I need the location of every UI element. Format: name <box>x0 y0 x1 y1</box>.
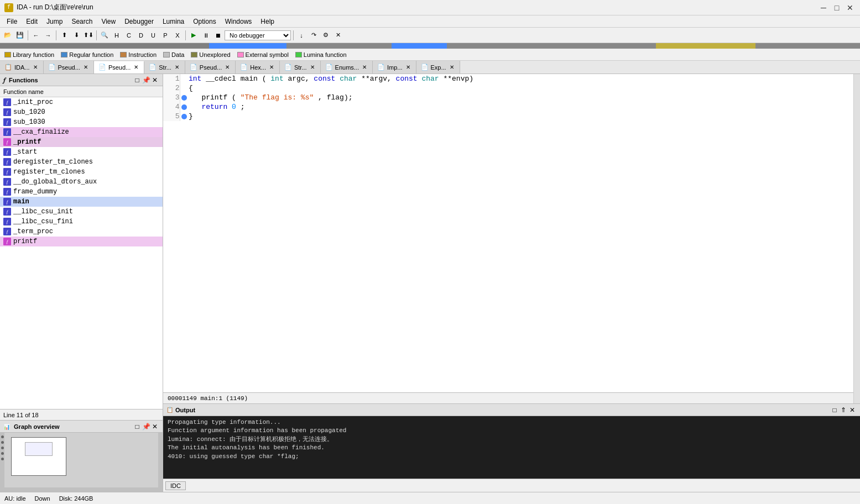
graph-close-btn[interactable]: ✕ <box>150 422 159 431</box>
idc-button[interactable]: IDC <box>165 481 186 490</box>
menu-edit[interactable]: Edit <box>22 17 42 27</box>
tab-imp-icon: 📄 <box>377 64 385 71</box>
code-type-char1: char <box>340 75 357 83</box>
legend-unexplored-color <box>191 52 197 57</box>
tab-enums-close[interactable]: ✕ <box>361 64 368 70</box>
menu-windows[interactable]: Windows <box>221 17 257 27</box>
func-item-sub1020[interactable]: f sub_1020 <box>0 107 163 117</box>
close-button[interactable]: ✕ <box>845 2 856 13</box>
minimize-button[interactable]: ─ <box>818 2 829 13</box>
functions-icon: 𝑓 <box>3 76 5 84</box>
toolbar-close[interactable]: ✕ <box>332 30 343 41</box>
toolbar-undef[interactable]: U <box>148 30 159 41</box>
func-name-libc-csu-fini: __libc_csu_fini <box>13 218 73 225</box>
func-item-sub1030[interactable]: f sub_1030 <box>0 117 163 127</box>
toolbar-xref[interactable]: X <box>172 30 183 41</box>
tab-hex[interactable]: 📄 Hex... ✕ <box>236 61 280 74</box>
nav-scroll-inner <box>0 43 860 49</box>
toolbar-back[interactable]: ← <box>30 30 41 41</box>
toolbar-more[interactable]: ⚙ <box>320 30 331 41</box>
graph-pin-btn[interactable]: 📌 <box>142 422 150 431</box>
func-item-init-proc[interactable]: f _init_proc <box>0 97 163 107</box>
menu-debugger[interactable]: Debugger <box>120 17 158 27</box>
output-close-btn[interactable]: ✕ <box>848 406 857 414</box>
tab-pseudo3[interactable]: 📄 Pseud... ✕ <box>185 61 236 74</box>
right-sidebar-scroll[interactable] <box>853 74 860 403</box>
tab-exp[interactable]: 📄 Exp... ✕ <box>416 61 460 74</box>
graph-overview-panel: 📊 Graph overview □ 📌 ✕ <box>0 420 163 492</box>
tab-imp[interactable]: 📄 Imp... ✕ <box>373 61 416 74</box>
tab-ida-close[interactable]: ✕ <box>32 64 39 70</box>
func-icon: f <box>3 148 11 156</box>
toolbar-forward[interactable]: → <box>43 30 54 41</box>
output-restore-btn[interactable]: □ <box>830 406 839 414</box>
toolbar-stepover[interactable]: ↷ <box>308 30 319 41</box>
func-item-frame-dummy[interactable]: f frame_dummy <box>0 187 163 197</box>
tab-str1-close[interactable]: ✕ <box>174 64 180 70</box>
tab-pseudo3-label: Pseud... <box>200 64 222 71</box>
func-item-main[interactable]: f main <box>0 197 163 207</box>
toolbar-nav1[interactable]: ⬆ <box>59 30 70 41</box>
func-item-printf[interactable]: f printf <box>0 237 163 246</box>
graph-bottom-scroll[interactable] <box>0 487 163 492</box>
toolbar-save[interactable]: 💾 <box>14 30 25 41</box>
tab-str2[interactable]: 📄 Str... ✕ <box>280 61 321 74</box>
toolbar-run[interactable]: ▶ <box>188 30 199 41</box>
toolbar-hex[interactable]: H <box>111 30 122 41</box>
maximize-button[interactable]: □ <box>831 2 842 13</box>
func-icon: f <box>3 238 11 245</box>
functions-float-btn[interactable]: □ <box>133 76 142 85</box>
debugger-select[interactable]: No debugger <box>225 30 291 40</box>
output-expand-btn[interactable]: ⇑ <box>839 406 848 414</box>
tab-str2-close[interactable]: ✕ <box>309 64 316 70</box>
graph-float-btn[interactable]: □ <box>133 422 142 431</box>
toolbar-func[interactable]: P <box>160 30 171 41</box>
code-content[interactable]: 1 int __cdecl main ( int argc, const <box>163 74 853 392</box>
menu-view[interactable]: View <box>97 17 120 27</box>
breakpoint-dot-3 <box>181 95 187 101</box>
graph-right-scroll[interactable] <box>158 433 163 492</box>
func-item-cxa-finalize[interactable]: f __cxa_finalize <box>0 127 163 137</box>
func-item-term-proc[interactable]: f _term_proc <box>0 227 163 237</box>
toolbar-open[interactable]: 📂 <box>2 30 13 41</box>
tab-imp-close[interactable]: ✕ <box>405 64 411 70</box>
toolbar-step[interactable]: ↓ <box>296 30 307 41</box>
tab-pseudo3-close[interactable]: ✕ <box>224 64 231 70</box>
output-content[interactable]: Propagating type information... Function… <box>163 416 860 479</box>
tab-pseudo2-close[interactable]: ✕ <box>133 64 139 70</box>
func-item-register[interactable]: f register_tm_clones <box>0 167 163 177</box>
functions-pin-btn[interactable]: 📌 <box>142 76 150 85</box>
func-item-libc-csu-fini[interactable]: f __libc_csu_fini <box>0 217 163 227</box>
toolbar-search[interactable]: 🔍 <box>99 30 110 41</box>
menu-jump[interactable]: Jump <box>42 17 67 27</box>
toolbar-data[interactable]: D <box>135 30 147 41</box>
tab-ida[interactable]: 📋 IDA... ✕ <box>0 61 44 74</box>
toolbar-nav3[interactable]: ⬆⬇ <box>83 30 94 41</box>
toolbar-stop[interactable]: ⏹ <box>212 30 223 41</box>
func-item-libc-csu-init[interactable]: f __libc_csu_init <box>0 207 163 217</box>
tab-exp-close[interactable]: ✕ <box>449 64 455 70</box>
tab-pseudo1[interactable]: 📄 Pseud... ✕ <box>44 61 94 74</box>
func-item-printf-bold[interactable]: f _printf <box>0 137 163 147</box>
func-item-deregister[interactable]: f deregister_tm_clones <box>0 157 163 167</box>
toolbar-pause[interactable]: ⏸ <box>200 30 211 41</box>
menu-help[interactable]: Help <box>256 17 279 27</box>
tab-enums[interactable]: 📄 Enums... ✕ <box>321 61 373 74</box>
func-item-start[interactable]: f _start <box>0 147 163 157</box>
menu-search[interactable]: Search <box>67 17 97 27</box>
graph-content[interactable] <box>0 433 163 492</box>
func-item-do-global[interactable]: f __do_global_dtors_aux <box>0 177 163 187</box>
func-name-cxa-finalize: __cxa_finalize <box>13 128 69 136</box>
tab-hex-close[interactable]: ✕ <box>268 64 275 70</box>
navigation-bar[interactable] <box>0 43 860 49</box>
menu-lumina[interactable]: Lumina <box>158 17 189 27</box>
tab-pseudo1-close[interactable]: ✕ <box>82 64 89 70</box>
menu-file[interactable]: File <box>2 17 22 27</box>
tab-str1[interactable]: 📄 Str... ✕ <box>144 61 185 74</box>
menu-options[interactable]: Options <box>189 17 220 27</box>
functions-list[interactable]: f _init_proc f sub_1020 f sub_1030 f __c… <box>0 97 163 409</box>
toolbar-nav2[interactable]: ⬇ <box>71 30 82 41</box>
tab-pseudo2[interactable]: 📄 Pseud... ✕ <box>94 61 144 74</box>
toolbar-code[interactable]: C <box>123 30 134 41</box>
functions-close-btn[interactable]: ✕ <box>150 76 159 85</box>
